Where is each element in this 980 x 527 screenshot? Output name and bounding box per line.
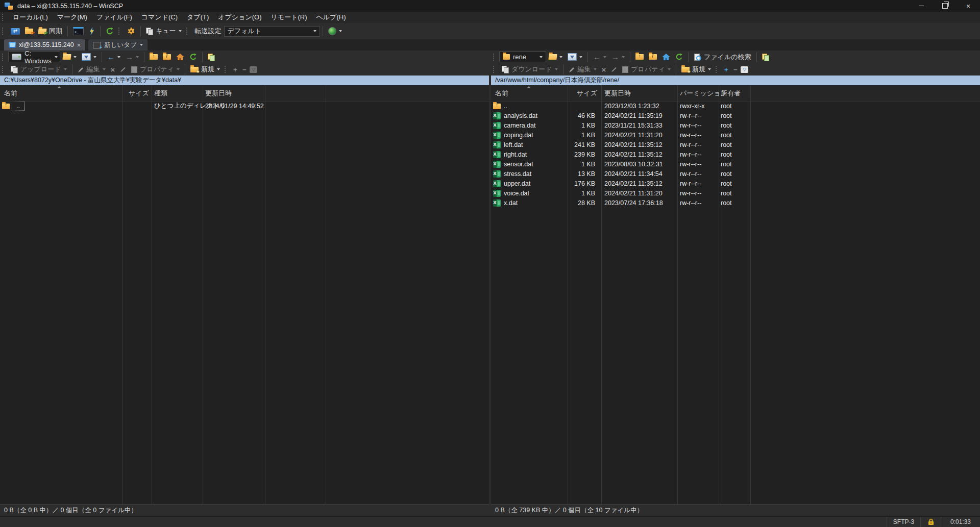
local-root-directory-button[interactable]: / bbox=[160, 51, 174, 64]
remote-refresh-button[interactable] bbox=[673, 51, 685, 64]
remote-forward-button[interactable]: → bbox=[609, 51, 627, 64]
remote-delete-button[interactable]: × bbox=[599, 63, 609, 76]
menu-item[interactable]: マーク(M) bbox=[53, 12, 92, 23]
session-tab-bar: xi@133.55.115.240 × 新しいタブ bbox=[0, 39, 980, 51]
synchronize-button[interactable]: ⇄同期 bbox=[36, 24, 65, 38]
protocol-indicator[interactable]: SFTP-3 bbox=[887, 517, 920, 527]
local-drive-select[interactable]: C: Windows bbox=[8, 52, 60, 62]
local-open-directory-button[interactable] bbox=[60, 51, 79, 64]
file-row[interactable]: upper.dat 176 KB 2024/02/21 11:35:12 rw-… bbox=[491, 179, 980, 188]
local-edit-button[interactable]: 編集 bbox=[75, 63, 108, 76]
file-row[interactable]: .. ひとつ上のディレクトリ 2024/01/29 14:49:52 bbox=[0, 101, 489, 111]
column-header-modified[interactable]: 更新日時 bbox=[205, 85, 232, 101]
menu-item[interactable]: ファイル(F) bbox=[92, 12, 137, 23]
file-row[interactable]: .. 2023/12/03 1:23:32 rwxr-xr-x root bbox=[491, 101, 980, 111]
column-header-name[interactable]: 名前 bbox=[495, 85, 508, 101]
remote-select-button[interactable]: + bbox=[722, 65, 731, 73]
menu-item[interactable]: ヘルプ(H) bbox=[312, 12, 351, 23]
local-filter-button[interactable] bbox=[79, 51, 99, 64]
menu-item[interactable]: リモート(R) bbox=[266, 12, 312, 23]
toolbar-grip[interactable] bbox=[493, 54, 497, 61]
remote-rename-button[interactable] bbox=[608, 63, 620, 76]
file-row[interactable]: left.dat 241 KB 2024/02/21 11:35:12 rw-r… bbox=[491, 140, 980, 149]
column-header-name[interactable]: 名前 bbox=[4, 85, 17, 101]
toolbar-grip[interactable] bbox=[186, 28, 190, 35]
refresh-button[interactable] bbox=[103, 24, 116, 38]
minimize-button[interactable] bbox=[910, 0, 933, 12]
local-parent-directory-button[interactable]: ↑ bbox=[147, 51, 160, 64]
file-row[interactable]: coping.dat 1 KB 2024/02/21 11:31:20 rw-r… bbox=[491, 130, 980, 140]
open-in-putty-button[interactable] bbox=[86, 24, 97, 38]
session-color-button[interactable] bbox=[326, 24, 345, 38]
remote-new-button[interactable]: ★新規 bbox=[679, 63, 714, 76]
remote-edit-button[interactable]: 編集 bbox=[566, 63, 599, 76]
transfer-settings-select[interactable]: デフォルト bbox=[224, 26, 320, 37]
toolbar-grip[interactable] bbox=[2, 54, 6, 61]
local-copy-paths-button[interactable] bbox=[205, 51, 217, 64]
column-header-size[interactable]: サイズ bbox=[122, 85, 152, 101]
find-files-button[interactable]: ファイルの検索 bbox=[691, 51, 754, 64]
queue-button[interactable]: キュー bbox=[143, 24, 184, 38]
remote-address-bar[interactable]: /var/www/html/company/日本海倶楽部/rene/ bbox=[491, 76, 980, 85]
preferences-button[interactable] bbox=[125, 24, 138, 38]
remote-file-list[interactable]: .. 2023/12/03 1:23:32 rwxr-xr-x root ana… bbox=[491, 101, 980, 504]
remote-invert-selection-button[interactable]: ▽ bbox=[740, 65, 749, 73]
remote-home-directory-button[interactable] bbox=[659, 51, 673, 64]
menu-item[interactable]: コマンド(C) bbox=[137, 12, 182, 23]
remote-back-button[interactable]: ← bbox=[591, 51, 609, 64]
column-header-owner[interactable]: 所有者 bbox=[721, 85, 741, 101]
remote-properties-button[interactable]: プロパティ bbox=[620, 63, 673, 76]
file-row[interactable]: x.dat 28 KB 2023/07/24 17:36:18 rw-r--r-… bbox=[491, 198, 980, 208]
toolbar-grip[interactable] bbox=[118, 28, 122, 35]
column-header-modified[interactable]: 更新日時 bbox=[604, 85, 631, 101]
encryption-cell[interactable] bbox=[920, 517, 941, 527]
tab-close-icon[interactable]: × bbox=[77, 42, 81, 48]
menu-item[interactable]: ローカル(L) bbox=[8, 12, 53, 23]
toolbar-grip[interactable] bbox=[493, 66, 497, 73]
remote-parent-directory-button[interactable]: ↑ bbox=[633, 51, 646, 64]
local-refresh-button[interactable] bbox=[187, 51, 200, 64]
download-button[interactable]: ダウンロード bbox=[499, 63, 560, 76]
local-delete-button[interactable]: × bbox=[108, 63, 118, 76]
toolbar-grip[interactable] bbox=[225, 66, 228, 73]
remote-directory-select[interactable]: rene bbox=[499, 52, 546, 62]
remote-open-directory-button[interactable] bbox=[546, 51, 565, 64]
tab-new-session[interactable]: 新しいタブ bbox=[88, 39, 148, 51]
local-select-button[interactable]: + bbox=[231, 65, 240, 73]
file-row[interactable]: sensor.dat 1 KB 2023/08/03 10:32:31 rw-r… bbox=[491, 159, 980, 169]
toolbar-grip[interactable] bbox=[2, 66, 6, 73]
local-properties-button[interactable]: プロパティ bbox=[129, 63, 182, 76]
upload-button[interactable]: アップロード bbox=[8, 63, 69, 76]
remote-filter-button[interactable] bbox=[565, 51, 585, 64]
synchronize-browsing-button[interactable]: ⇄ bbox=[22, 24, 36, 38]
file-row[interactable]: camera.dat 1 KB 2023/11/21 15:31:33 rw-r… bbox=[491, 120, 980, 130]
menu-grip[interactable] bbox=[2, 14, 6, 21]
split-view-button[interactable]: ⇄ bbox=[8, 24, 22, 38]
restore-button[interactable] bbox=[933, 0, 957, 12]
close-button[interactable]: × bbox=[957, 0, 980, 12]
local-home-directory-button[interactable] bbox=[174, 51, 187, 64]
file-row[interactable]: right.dat 239 KB 2024/02/21 11:35:12 rw-… bbox=[491, 149, 980, 159]
local-invert-selection-button[interactable]: ▽ bbox=[249, 65, 258, 73]
column-header-size[interactable]: サイズ bbox=[568, 85, 599, 101]
local-new-button[interactable]: ★新規 bbox=[188, 63, 223, 76]
file-row[interactable]: stress.dat 13 KB 2024/02/21 11:34:54 rw-… bbox=[491, 169, 980, 179]
local-forward-button[interactable]: → bbox=[123, 51, 141, 64]
toolbar-grip[interactable] bbox=[2, 28, 6, 35]
menu-item[interactable]: オプション(O) bbox=[213, 12, 266, 23]
remote-root-directory-button[interactable]: / bbox=[646, 51, 659, 64]
open-terminal-button[interactable]: >_ bbox=[70, 24, 86, 38]
local-unselect-button[interactable]: − bbox=[240, 65, 249, 73]
column-header-permissions[interactable]: パーミッション bbox=[680, 85, 727, 101]
remote-unselect-button[interactable]: − bbox=[731, 65, 740, 73]
toolbar-grip[interactable] bbox=[716, 66, 719, 73]
file-row[interactable]: analysis.dat 46 KB 2024/02/21 11:35:19 r… bbox=[491, 111, 980, 120]
local-address-bar[interactable]: C:¥Users¥8072y¥OneDrive - 富山県立大学¥実験データ¥d… bbox=[0, 76, 489, 85]
local-back-button[interactable]: ← bbox=[105, 51, 123, 64]
local-rename-button[interactable] bbox=[117, 63, 129, 76]
column-header-type[interactable]: 種類 bbox=[154, 85, 167, 101]
local-file-list[interactable]: .. ひとつ上のディレクトリ 2024/01/29 14:49:52 bbox=[0, 101, 489, 504]
file-row[interactable]: voice.dat 1 KB 2024/02/21 11:31:20 rw-r-… bbox=[491, 188, 980, 198]
remote-copy-paths-button[interactable] bbox=[760, 51, 772, 64]
menu-item[interactable]: タブ(T) bbox=[182, 12, 213, 23]
